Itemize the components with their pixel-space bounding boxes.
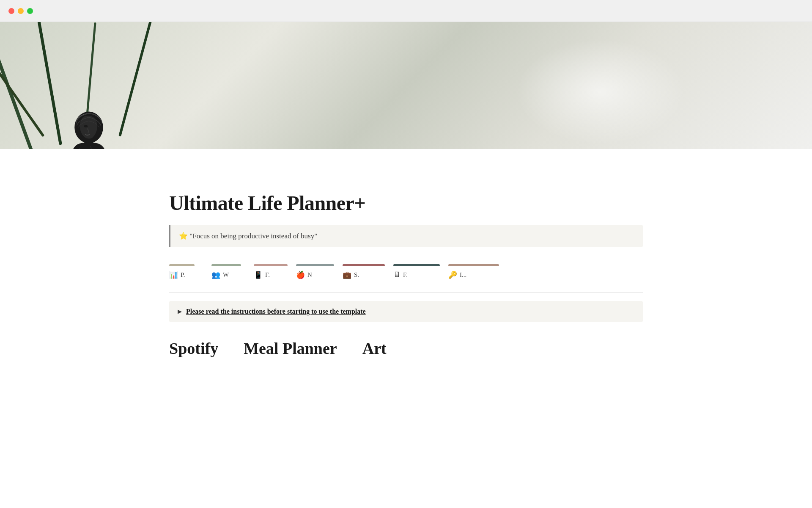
nav-tab-f-2[interactable]: 📱 F. — [254, 264, 288, 279]
quote-text: ⭐ "Focus on being productive instead of … — [179, 232, 317, 240]
main-content: Ultimate Life Planner+ ⭐ "Focus on being… — [0, 22, 812, 383]
traffic-lights — [8, 8, 33, 14]
hero-logo — [59, 107, 118, 149]
tab-content-3: 🍎 N — [296, 271, 312, 279]
tab-bar-0 — [169, 264, 195, 266]
tab-content-1: 👥 W — [211, 271, 229, 279]
bottom-card-card-spotify[interactable]: Spotify — [169, 339, 218, 358]
tab-bar-4 — [343, 264, 385, 266]
card-title-1: Meal Planner — [244, 339, 337, 358]
tab-label-5: F. — [403, 271, 408, 279]
bottom-card-card-meal-planner[interactable]: Meal Planner — [244, 339, 337, 358]
nav-tab-w-1[interactable]: 👥 W — [211, 264, 245, 279]
tab-icon-2: 📱 — [254, 271, 263, 279]
tab-content-6: 🔑 I... — [448, 271, 466, 279]
hero-banner — [0, 22, 812, 149]
close-button[interactable] — [8, 8, 14, 14]
tab-label-4: S. — [354, 271, 359, 279]
page-body: Ultimate Life Planner+ ⭐ "Focus on being… — [110, 149, 702, 383]
page-title-section: Ultimate Life Planner+ — [169, 149, 643, 225]
tab-label-0: P. — [181, 271, 185, 279]
tab-icon-1: 👥 — [211, 271, 220, 279]
window-chrome — [0, 0, 812, 22]
tab-bar-3 — [296, 264, 334, 266]
tab-bar-2 — [254, 264, 288, 266]
tab-icon-0: 📊 — [169, 271, 178, 279]
instructions-text[interactable]: Please read the instructions before star… — [186, 308, 366, 315]
tab-bar-1 — [211, 264, 241, 266]
tab-content-4: 💼 S. — [343, 271, 359, 279]
card-title-2: Art — [362, 339, 387, 358]
tab-icon-6: 🔑 — [448, 271, 457, 279]
leaf-decoration-4 — [118, 22, 153, 137]
tab-bar-6 — [448, 264, 499, 266]
leaf-decoration-1 — [0, 39, 44, 137]
page-title: Ultimate Life Planner+ — [169, 191, 643, 215]
minimize-button[interactable] — [18, 8, 24, 14]
tab-icon-5: 🖥 — [393, 271, 401, 279]
quote-block: ⭐ "Focus on being productive instead of … — [169, 225, 643, 247]
instructions-block[interactable]: ▶ Please read the instructions before st… — [169, 301, 643, 322]
tab-label-6: I... — [460, 271, 466, 279]
tab-icon-3: 🍎 — [296, 271, 305, 279]
nav-tab-i..-6[interactable]: 🔑 I... — [448, 264, 499, 279]
tab-label-2: F. — [265, 271, 270, 279]
tab-label-1: W — [223, 271, 229, 279]
maximize-button[interactable] — [27, 8, 33, 14]
divider — [169, 292, 643, 293]
tab-content-5: 🖥 F. — [393, 271, 408, 279]
nav-tab-p-0[interactable]: 📊 P. — [169, 264, 203, 279]
leaf-decoration-2 — [36, 22, 62, 145]
tab-icon-4: 💼 — [343, 271, 351, 279]
card-title-0: Spotify — [169, 339, 218, 358]
bottom-cards: Spotify Meal Planner Art — [169, 339, 643, 383]
tab-label-3: N — [307, 271, 312, 279]
tab-content-0: 📊 P. — [169, 271, 185, 279]
tab-content-2: 📱 F. — [254, 271, 270, 279]
nav-tab-s-4[interactable]: 💼 S. — [343, 264, 385, 279]
expand-icon: ▶ — [178, 308, 182, 315]
nav-tab-f-5[interactable]: 🖥 F. — [393, 264, 440, 279]
tab-bar-5 — [393, 264, 440, 266]
bottom-card-card-art[interactable]: Art — [362, 339, 387, 358]
nav-tab-n-3[interactable]: 🍎 N — [296, 264, 334, 279]
nav-tabs: 📊 P. 👥 W 📱 F. 🍎 N 💼 — [169, 264, 643, 279]
svg-point-1 — [84, 125, 88, 127]
